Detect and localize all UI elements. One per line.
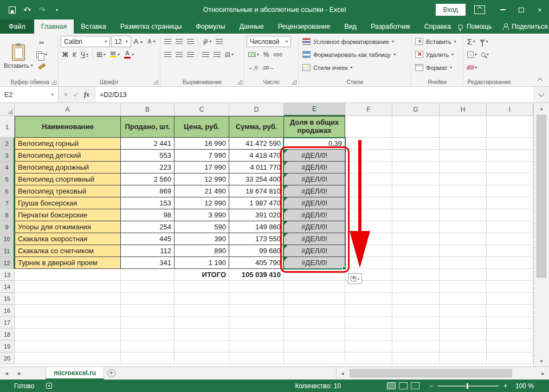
undo-button[interactable]: ↶▾	[21, 3, 34, 16]
cell[interactable]	[487, 138, 533, 150]
cell[interactable]	[284, 293, 345, 305]
cell[interactable]	[345, 185, 392, 197]
delete-cells-button[interactable]: Удалить▾	[414, 49, 461, 60]
grow-font-button[interactable]: А▲	[132, 36, 145, 47]
underline-button[interactable]: Ч▾	[79, 49, 90, 60]
cell[interactable]	[392, 352, 440, 364]
maximize-button[interactable]	[512, 0, 531, 20]
bold-button[interactable]: Ж	[61, 49, 70, 60]
format-painter-button[interactable]	[35, 61, 49, 72]
zoom-slider[interactable]	[438, 385, 499, 387]
cell[interactable]	[487, 281, 533, 293]
cell[interactable]: #ДЕЛ/0!	[284, 173, 345, 185]
cell[interactable]	[440, 116, 487, 138]
cell[interactable]	[392, 305, 440, 317]
wrap-text-button[interactable]	[214, 36, 224, 47]
font-color-button[interactable]: А▾	[122, 49, 135, 60]
cell[interactable]	[440, 269, 487, 281]
cell[interactable]	[229, 281, 284, 293]
row-header[interactable]: 2	[0, 138, 15, 150]
cell[interactable]: #ДЕЛ/0!	[284, 197, 345, 209]
cell[interactable]	[440, 293, 487, 305]
redo-button[interactable]: ↷	[36, 3, 49, 16]
cell[interactable]	[392, 317, 440, 329]
row-header[interactable]: 20	[0, 352, 15, 364]
column-header-a[interactable]: A	[15, 103, 121, 116]
cell[interactable]	[15, 269, 121, 281]
fill-color-button[interactable]: ▾	[108, 49, 121, 60]
cell[interactable]: 12 990	[175, 173, 229, 185]
cell[interactable]	[229, 293, 284, 305]
cell[interactable]: Перчатки боксерские	[15, 209, 121, 221]
cell[interactable]	[15, 329, 121, 340]
row-header[interactable]: 9	[0, 221, 15, 233]
cell[interactable]	[487, 197, 533, 209]
cell[interactable]	[345, 233, 392, 245]
cell[interactable]: Упоры для отжимания	[15, 221, 121, 233]
cell[interactable]	[284, 352, 345, 364]
cell[interactable]: 149 860	[229, 221, 284, 233]
cell[interactable]	[392, 116, 440, 138]
italic-button[interactable]: К	[71, 49, 78, 60]
row-header[interactable]: 5	[0, 173, 15, 185]
horizontal-scrollbar[interactable]: ◂ ▸	[336, 367, 549, 380]
cell[interactable]	[440, 329, 487, 340]
fill-button[interactable]: ↓▾	[466, 49, 479, 60]
cell[interactable]	[121, 305, 175, 317]
cell[interactable]	[440, 281, 487, 293]
cell[interactable]: Велосипед горный	[15, 138, 121, 150]
cell[interactable]: Велосипед детский	[15, 150, 121, 162]
cell[interactable]: #ДЕЛ/0!	[284, 221, 345, 233]
name-box[interactable]: E2 ▾	[0, 87, 59, 102]
cell[interactable]: 33 254 400	[229, 173, 284, 185]
hscroll-left-icon[interactable]: ◂	[337, 370, 348, 376]
cell[interactable]	[121, 329, 175, 340]
font-size-select[interactable]: 12▾	[111, 36, 131, 47]
cell[interactable]: 405 790	[229, 257, 284, 269]
cell[interactable]: #ДЕЛ/0!	[284, 245, 345, 257]
cell[interactable]: Велосипед спортивный	[15, 173, 121, 185]
cell[interactable]	[392, 281, 440, 293]
cell[interactable]: 1 190	[175, 257, 229, 269]
cell[interactable]	[345, 317, 392, 329]
row-header[interactable]: 6	[0, 185, 15, 197]
cell[interactable]	[121, 281, 175, 293]
cell[interactable]	[15, 340, 121, 352]
cell[interactable]	[487, 185, 533, 197]
cell[interactable]	[487, 293, 533, 305]
font-dialog-launcher[interactable]	[153, 80, 158, 85]
cell[interactable]	[440, 221, 487, 233]
confirm-entry-icon[interactable]: ✓	[73, 91, 79, 99]
cell[interactable]	[15, 305, 121, 317]
cell[interactable]: 12 990	[175, 197, 229, 209]
cell[interactable]: 105 039 410	[229, 269, 284, 281]
cell[interactable]	[392, 329, 440, 340]
cell[interactable]: Велосипед дорожный	[15, 162, 121, 173]
cell[interactable]	[284, 329, 345, 340]
sheet-nav-left-icon[interactable]: ◂	[0, 367, 13, 380]
zoom-out-icon[interactable]: −	[429, 382, 433, 390]
align-left-button[interactable]	[163, 49, 173, 60]
accounting-format-button[interactable]: ▾	[247, 49, 261, 60]
cell-styles-button[interactable]: Стили ячеек▾	[301, 62, 409, 73]
clipboard-dialog-launcher[interactable]	[51, 80, 56, 85]
cell[interactable]	[487, 221, 533, 233]
cell[interactable]: 390	[175, 233, 229, 245]
cell[interactable]	[345, 340, 392, 352]
ribbon-display-options-icon[interactable]	[474, 5, 485, 14]
increase-decimal-button[interactable]: ←,0	[247, 62, 259, 73]
cell[interactable]	[121, 269, 175, 281]
cell[interactable]	[345, 162, 392, 173]
cell[interactable]	[229, 340, 284, 352]
conditional-formatting-button[interactable]: Условное форматирование▾	[301, 36, 409, 47]
row-header[interactable]: 13	[0, 269, 15, 281]
comma-style-button[interactable]: 000	[272, 49, 285, 60]
cell[interactable]: Скакалка со счетчиком	[15, 245, 121, 257]
cell[interactable]	[345, 305, 392, 317]
cell[interactable]: Велосипед трековый	[15, 185, 121, 197]
cell[interactable]	[392, 269, 440, 281]
cell[interactable]	[487, 116, 533, 138]
cell[interactable]	[487, 173, 533, 185]
ribbon-tab[interactable]: Формулы	[189, 20, 232, 34]
cell[interactable]: 2 560	[121, 173, 175, 185]
